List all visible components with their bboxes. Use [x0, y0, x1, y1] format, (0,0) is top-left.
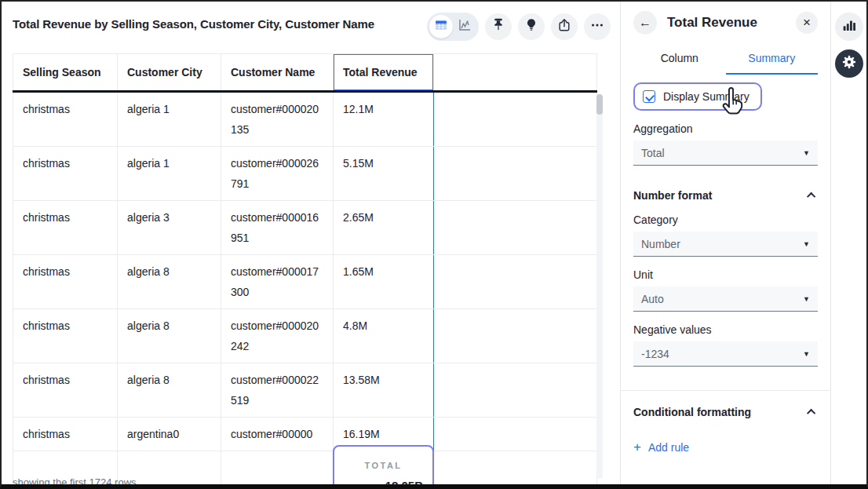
- column-header-total-revenue[interactable]: Total Revenue: [334, 54, 434, 92]
- table-row: christmas algeria 8 customer#000017300 1…: [13, 255, 597, 309]
- cell-customer[interactable]: customer#000026791: [221, 147, 334, 201]
- column-settings-panel: ← Total Revenue × Column Summary Display…: [620, 2, 830, 484]
- category-dropdown[interactable]: Number ▼: [633, 232, 818, 257]
- number-format-section[interactable]: Number format: [633, 189, 818, 202]
- cell-revenue[interactable]: 12.1M: [334, 92, 434, 147]
- lightbulb-icon: [523, 17, 539, 36]
- cell-customer[interactable]: customer#000020135: [221, 92, 334, 147]
- chevron-down-icon: ▼: [803, 149, 810, 157]
- share-button[interactable]: [551, 13, 578, 40]
- conditional-formatting-section[interactable]: Conditional formatting: [633, 406, 818, 418]
- gear-icon: [841, 53, 858, 74]
- cell-city[interactable]: algeria 8: [118, 255, 221, 309]
- section-divider: [621, 390, 830, 391]
- cell-customer[interactable]: customer#000016951: [221, 201, 334, 255]
- back-button[interactable]: ←: [633, 11, 657, 35]
- table-scrollbar-thumb[interactable]: [596, 94, 603, 115]
- total-summary-label: TOTAL: [344, 455, 423, 476]
- cell-season[interactable]: christmas: [13, 255, 118, 309]
- negative-values-value: -1234: [641, 348, 669, 360]
- unit-dropdown[interactable]: Auto ▼: [633, 286, 818, 312]
- pin-icon: [491, 17, 506, 36]
- cell-revenue[interactable]: 2.65M: [334, 201, 434, 255]
- cell-city[interactable]: algeria 1: [118, 147, 221, 201]
- column-header-customer-city[interactable]: Customer City: [118, 54, 221, 92]
- pin-button[interactable]: [485, 13, 512, 40]
- cell-city[interactable]: algeria 8: [118, 309, 221, 363]
- cell-empty: [434, 201, 597, 255]
- results-table: Selling Season Customer City Customer Na…: [13, 53, 597, 484]
- aggregation-dropdown[interactable]: Total ▼: [633, 140, 818, 166]
- cell-city[interactable]: algeria 1: [118, 92, 221, 147]
- number-format-title: Number format: [633, 189, 712, 202]
- cell-revenue[interactable]: 13.58M: [334, 363, 434, 418]
- settings-button[interactable]: [835, 49, 863, 78]
- cell-city[interactable]: algeria 3: [118, 201, 221, 255]
- row-count-note: showing the first 1724 rows: [13, 476, 137, 484]
- total-summary-value: 18.05B: [344, 476, 423, 484]
- tab-column[interactable]: Column: [633, 46, 726, 75]
- cell-season[interactable]: christmas: [13, 147, 118, 201]
- tab-summary[interactable]: Summary: [726, 46, 819, 75]
- display-summary-checkbox[interactable]: [643, 90, 655, 103]
- cell-revenue[interactable]: 1.65M: [334, 255, 434, 309]
- column-header-empty: [434, 54, 597, 92]
- cell-customer[interactable]: customer#000017300: [221, 255, 334, 309]
- cell-customer[interactable]: customer#000020242: [221, 309, 334, 363]
- cell-city[interactable]: algeria 8: [118, 363, 221, 418]
- column-header-customer-name[interactable]: Customer Name: [221, 54, 334, 92]
- page-title: Total Revenue by Selling Season, Custome…: [13, 17, 374, 31]
- category-value: Number: [641, 238, 680, 250]
- bar-chart-icon: [841, 17, 857, 36]
- cell-season[interactable]: christmas: [13, 92, 118, 147]
- conditional-formatting-title: Conditional formatting: [633, 406, 751, 418]
- cell-customer[interactable]: customer#00000: [221, 418, 334, 451]
- insights-button[interactable]: [518, 13, 545, 40]
- panel-tabs: Column Summary: [633, 46, 818, 75]
- app-window: Total Revenue by Selling Season, Custome…: [0, 0, 868, 489]
- close-button[interactable]: ×: [796, 12, 818, 34]
- view-mode-toggle[interactable]: [427, 13, 479, 41]
- negative-values-label: Negative values: [633, 323, 818, 336]
- close-icon: ×: [803, 15, 811, 31]
- cell-customer[interactable]: customer#000022519: [221, 363, 334, 418]
- total-summary-box[interactable]: TOTAL 18.05B: [333, 445, 434, 484]
- chevron-down-icon: ▼: [803, 295, 810, 303]
- chart-config-button[interactable]: [835, 13, 863, 41]
- answer-header: Total Revenue by Selling Season, Custome…: [2, 2, 620, 53]
- chart-view-button[interactable]: [453, 18, 476, 35]
- table-row: christmas argentina0 customer#00000 16.1…: [13, 418, 597, 451]
- cell-season[interactable]: christmas: [13, 309, 118, 363]
- cell-city[interactable]: argentina0: [118, 418, 221, 451]
- cell-revenue[interactable]: 4.8M: [334, 309, 434, 363]
- collapse-chevron-icon[interactable]: [807, 409, 815, 418]
- share-icon: [556, 17, 572, 36]
- viz-toolbar: [427, 13, 611, 41]
- cell-season[interactable]: christmas: [13, 201, 118, 255]
- unit-value: Auto: [641, 293, 664, 305]
- negative-values-dropdown[interactable]: -1234 ▼: [633, 341, 818, 367]
- more-options-button[interactable]: [584, 13, 611, 40]
- collapse-chevron-icon[interactable]: [807, 192, 815, 201]
- column-header-selling-season[interactable]: Selling Season: [13, 54, 118, 92]
- cell-empty: [434, 309, 597, 363]
- more-icon: [589, 17, 605, 36]
- table-row: christmas algeria 1 customer#000026791 5…: [13, 147, 597, 201]
- aggregation-value: Total: [641, 147, 665, 159]
- panel-header: ← Total Revenue ×: [633, 11, 818, 35]
- unit-label: Unit: [633, 268, 818, 281]
- category-label: Category: [633, 213, 818, 226]
- table-view-button[interactable]: [429, 15, 453, 38]
- table-scrollbar[interactable]: [596, 94, 603, 479]
- chevron-down-icon: ▼: [803, 240, 810, 248]
- table-row: christmas algeria 3 customer#000016951 2…: [13, 201, 597, 255]
- cursor-pointer-icon: [717, 86, 746, 119]
- cell-season[interactable]: christmas: [13, 363, 118, 418]
- chevron-down-icon: ▼: [803, 350, 810, 358]
- cell-revenue[interactable]: 5.15M: [334, 147, 434, 201]
- cell-empty: [434, 92, 597, 147]
- cell-season[interactable]: christmas: [13, 418, 118, 451]
- add-rule-label: Add rule: [648, 441, 689, 454]
- table-row: christmas algeria 1 customer#000020135 1…: [13, 92, 597, 147]
- add-rule-button[interactable]: + Add rule: [633, 441, 818, 454]
